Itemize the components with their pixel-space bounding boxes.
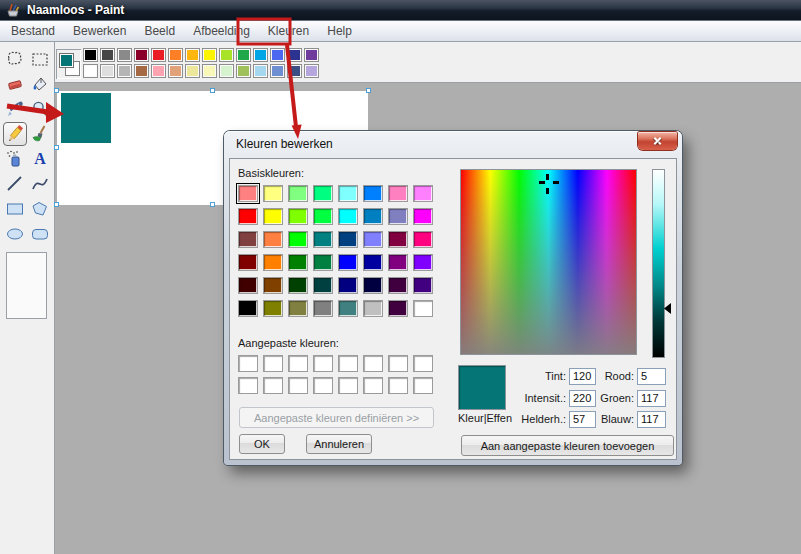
custom-color-swatch[interactable]	[363, 377, 383, 394]
palette-color-swatch[interactable]	[117, 64, 132, 78]
tool-color-picker[interactable]	[3, 97, 27, 121]
basic-color-swatch[interactable]	[313, 231, 333, 248]
basic-color-swatch[interactable]	[263, 254, 283, 271]
palette-color-swatch[interactable]	[134, 64, 149, 78]
custom-color-swatch[interactable]	[313, 355, 333, 372]
palette-color-swatch[interactable]	[304, 64, 319, 78]
custom-color-swatch[interactable]	[313, 377, 333, 394]
basic-color-swatch[interactable]	[263, 300, 283, 317]
palette-color-swatch[interactable]	[253, 48, 268, 62]
basic-color-swatch[interactable]	[413, 231, 433, 248]
basic-color-swatch[interactable]	[238, 254, 258, 271]
canvas-resize-handle[interactable]	[366, 88, 371, 93]
menu-item-help[interactable]: Help	[318, 24, 361, 38]
tool-line[interactable]	[3, 172, 27, 196]
basic-color-swatch[interactable]	[363, 277, 383, 294]
palette-color-swatch[interactable]	[117, 48, 132, 62]
basic-color-swatch[interactable]	[238, 208, 258, 225]
tool-eraser[interactable]	[3, 72, 27, 96]
basic-color-swatch[interactable]	[288, 208, 308, 225]
custom-color-swatch[interactable]	[413, 355, 433, 372]
basic-color-swatch[interactable]	[313, 185, 333, 202]
menu-item-bewerken[interactable]: Bewerken	[64, 24, 135, 38]
basic-color-swatch[interactable]	[388, 231, 408, 248]
basic-color-swatch[interactable]	[413, 208, 433, 225]
palette-color-swatch[interactable]	[151, 48, 166, 62]
tool-rounded-rectangle[interactable]	[28, 222, 52, 246]
add-to-custom-colors-button[interactable]: Aan aangepaste kleuren toevoegen	[461, 435, 674, 456]
basic-color-swatch[interactable]	[413, 277, 433, 294]
palette-color-swatch[interactable]	[236, 48, 251, 62]
basic-color-swatch[interactable]	[338, 231, 358, 248]
menu-item-beeld[interactable]: Beeld	[135, 24, 184, 38]
palette-color-swatch[interactable]	[83, 64, 98, 78]
basic-color-swatch[interactable]	[238, 231, 258, 248]
tool-brush[interactable]	[28, 122, 52, 146]
basic-color-swatch[interactable]	[388, 277, 408, 294]
basic-color-swatch[interactable]	[288, 277, 308, 294]
basic-color-swatch[interactable]	[363, 185, 383, 202]
palette-color-swatch[interactable]	[83, 48, 98, 62]
saturation-input[interactable]: 220	[569, 390, 596, 407]
dialog-close-button[interactable]	[638, 132, 677, 150]
basic-color-swatch[interactable]	[413, 254, 433, 271]
palette-color-swatch[interactable]	[270, 48, 285, 62]
luminance-bar[interactable]	[652, 169, 665, 358]
custom-color-swatch[interactable]	[413, 377, 433, 394]
basic-color-swatch[interactable]	[338, 254, 358, 271]
basic-color-swatch[interactable]	[388, 254, 408, 271]
basic-color-swatch[interactable]	[238, 277, 258, 294]
ok-button[interactable]: OK	[239, 434, 285, 454]
basic-color-swatch[interactable]	[313, 208, 333, 225]
custom-color-swatch[interactable]	[338, 355, 358, 372]
palette-color-swatch[interactable]	[219, 48, 234, 62]
custom-color-swatch[interactable]	[263, 377, 283, 394]
palette-color-swatch[interactable]	[151, 64, 166, 78]
palette-color-swatch[interactable]	[100, 64, 115, 78]
tool-rectangle[interactable]	[3, 197, 27, 221]
menu-item-bestand[interactable]: Bestand	[2, 24, 64, 38]
tool-rectangular-select[interactable]	[28, 47, 52, 71]
basic-color-swatch[interactable]	[313, 277, 333, 294]
basic-color-swatch[interactable]	[238, 185, 258, 202]
menu-item-kleuren[interactable]: Kleuren	[259, 24, 318, 38]
palette-color-swatch[interactable]	[270, 64, 285, 78]
basic-color-swatch[interactable]	[413, 300, 433, 317]
basic-color-swatch[interactable]	[263, 277, 283, 294]
basic-color-swatch[interactable]	[238, 300, 258, 317]
hue-saturation-field[interactable]	[460, 169, 637, 355]
palette-color-swatch[interactable]	[185, 64, 200, 78]
palette-color-swatch[interactable]	[287, 48, 302, 62]
basic-color-swatch[interactable]	[388, 300, 408, 317]
canvas-resize-handle[interactable]	[54, 88, 59, 93]
palette-color-swatch[interactable]	[253, 64, 268, 78]
custom-color-swatch[interactable]	[263, 355, 283, 372]
basic-color-swatch[interactable]	[288, 231, 308, 248]
tool-curve[interactable]	[28, 172, 52, 196]
basic-color-swatch[interactable]	[363, 300, 383, 317]
basic-color-swatch[interactable]	[338, 208, 358, 225]
custom-color-swatch[interactable]	[238, 355, 258, 372]
basic-color-swatch[interactable]	[313, 254, 333, 271]
canvas-resize-handle[interactable]	[210, 202, 215, 207]
basic-color-swatch[interactable]	[363, 208, 383, 225]
basic-color-swatch[interactable]	[363, 231, 383, 248]
tool-free-form-select[interactable]	[3, 47, 27, 71]
tool-airbrush[interactable]	[3, 147, 27, 171]
tool-fill[interactable]	[28, 72, 52, 96]
basic-color-swatch[interactable]	[288, 300, 308, 317]
palette-color-swatch[interactable]	[287, 64, 302, 78]
palette-color-swatch[interactable]	[185, 48, 200, 62]
basic-color-swatch[interactable]	[263, 208, 283, 225]
hue-input[interactable]: 120	[569, 368, 596, 385]
palette-color-swatch[interactable]	[236, 64, 251, 78]
palette-color-swatch[interactable]	[100, 48, 115, 62]
menu-item-afbeelding[interactable]: Afbeelding	[184, 24, 259, 38]
basic-color-swatch[interactable]	[338, 300, 358, 317]
basic-color-swatch[interactable]	[363, 254, 383, 271]
tool-options-box[interactable]	[6, 252, 47, 319]
basic-color-swatch[interactable]	[338, 185, 358, 202]
custom-color-swatch[interactable]	[288, 377, 308, 394]
basic-color-swatch[interactable]	[388, 208, 408, 225]
green-input[interactable]: 117	[637, 390, 666, 407]
